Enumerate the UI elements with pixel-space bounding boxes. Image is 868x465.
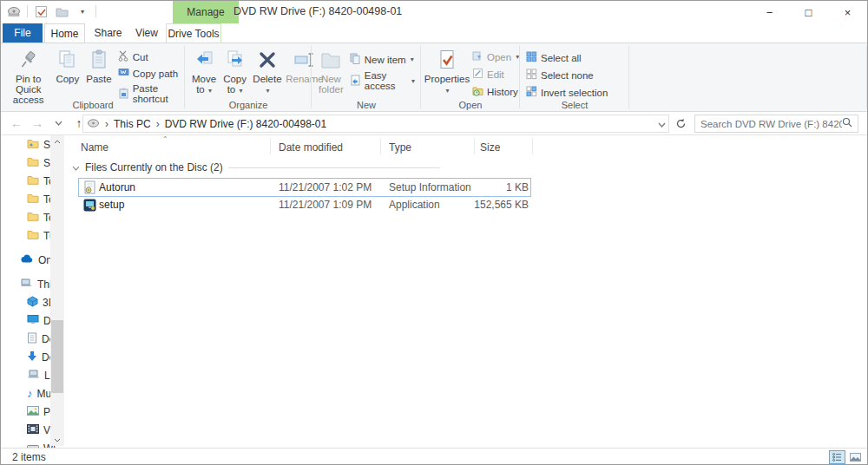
column-separator[interactable] (532, 138, 533, 154)
dropdown-arrow-icon: ▾ (266, 87, 269, 95)
easy-access-button[interactable]: Easy access ▾ (347, 69, 418, 92)
sidebar-scrollbar[interactable] (50, 135, 64, 446)
scroll-down-icon[interactable] (50, 434, 64, 446)
new-folder-button[interactable]: New folder (315, 45, 347, 97)
tab-share[interactable]: Share (88, 23, 128, 43)
dropdown-arrow-icon: ▾ (411, 56, 414, 63)
move-to-icon (194, 48, 214, 72)
select-none-button[interactable]: Select none (523, 68, 610, 82)
search-input[interactable] (700, 119, 842, 129)
details-view-button[interactable] (829, 450, 845, 464)
desktop-icon (27, 314, 39, 327)
select-small-buttons: Select all Select none Invert selection (523, 45, 610, 100)
navigation-pane: Sha Sou Toi Tor Tor Tur (1, 135, 66, 448)
column-separator[interactable] (270, 138, 271, 154)
file-group-header[interactable]: Files Currently on the Disc (2) (72, 161, 440, 174)
invert-selection-button[interactable]: Invert selection (523, 85, 610, 100)
cut-button[interactable]: Cut (115, 49, 181, 64)
cut-icon (118, 50, 129, 63)
select-all-label: Select all (541, 53, 582, 63)
clipboard-small-buttons: Cut Copy path Paste shortcut (115, 45, 181, 105)
ribbon-group-clipboard: Pin to Quick access Copy Paste Cut (1, 43, 185, 111)
dropdown-arrow-icon: ▾ (446, 87, 450, 95)
folder-icon (27, 174, 39, 187)
table-row-setup[interactable]: setup 11/21/2007 1:09 PM Application 152… (79, 196, 530, 213)
pin-icon (19, 48, 38, 72)
tab-view[interactable]: View (130, 23, 163, 43)
qat-new-folder-icon[interactable] (54, 3, 69, 19)
new-folder-icon (320, 48, 341, 72)
column-separator[interactable] (474, 138, 475, 154)
file-name[interactable]: setup (99, 199, 124, 211)
pin-to-quick-access-button[interactable]: Pin to Quick access (4, 45, 52, 108)
breadcrumb-separator: › (105, 118, 108, 130)
properties-button[interactable]: Properties▾ (424, 45, 470, 99)
file-date-modified: 11/21/2007 1:09 PM (279, 199, 372, 211)
items-count: 2 items (12, 451, 46, 463)
laptop-icon (27, 369, 40, 382)
address-row: ← → ↑ › This PC › DVD RW Drive (F:) 8420… (1, 112, 867, 135)
dropdown-arrow-icon: ▾ (411, 77, 415, 85)
scrollbar-thumb[interactable] (51, 320, 63, 393)
chevron-down-icon[interactable] (72, 161, 80, 174)
breadcrumb-current-drive[interactable]: DVD RW Drive (F:) 8420-00498-01 (165, 118, 327, 130)
tab-drive-tools[interactable]: Drive Tools (166, 23, 221, 43)
forward-button[interactable]: → (27, 114, 48, 133)
large-icons-view-button[interactable] (847, 450, 864, 464)
copy-to-button[interactable]: Copy to ▾ (220, 45, 250, 99)
ribbon-tab-row: File Home Share View Drive Tools (1, 23, 867, 43)
easy-access-icon (350, 75, 361, 88)
search-icon[interactable] (842, 117, 852, 130)
paste-icon (89, 48, 108, 72)
qat-customize-dropdown-icon[interactable]: ▾ (75, 3, 90, 19)
new-item-button[interactable]: New item ▾ (347, 52, 418, 67)
column-header-type[interactable]: Type (389, 141, 411, 154)
tab-home[interactable]: Home (44, 23, 85, 43)
copy-button[interactable]: Copy (52, 45, 82, 87)
table-row-autorun[interactable]: Autorun 11/21/2007 1:02 PM Setup Informa… (79, 179, 530, 196)
group-header-rule (228, 167, 440, 168)
tab-file[interactable]: File (3, 23, 43, 43)
move-to-label: Move to ▾ (192, 74, 216, 96)
open-button[interactable]: Open ▾ (470, 49, 522, 64)
breadcrumb-this-pc[interactable]: This PC (114, 118, 151, 130)
maximize-button[interactable]: □ (789, 1, 828, 23)
new-folder-label: New folder (319, 74, 344, 95)
scroll-up-icon[interactable] (50, 135, 64, 147)
column-separator[interactable] (380, 138, 381, 154)
column-header-name[interactable]: Name (81, 141, 108, 154)
folder-icon (27, 156, 39, 169)
new-item-label: New item (365, 55, 406, 65)
sidebar-item-label: Mu (37, 388, 52, 400)
properties-icon (437, 48, 457, 72)
open-icon (472, 50, 483, 63)
new-small-buttons: New item ▾ Easy access ▾ (347, 45, 418, 92)
address-dropdown-chevron-icon[interactable] (658, 118, 666, 130)
organize-group-label: Organize (185, 100, 312, 110)
copy-path-button[interactable]: Copy path (115, 67, 181, 80)
file-name[interactable]: Autorun (99, 181, 135, 193)
open-small-buttons: Open ▾ Edit History (470, 45, 522, 99)
edit-button[interactable]: Edit (470, 67, 522, 82)
back-button[interactable]: ← (6, 114, 27, 133)
delete-label: Delete▾ (253, 74, 281, 96)
copy-label: Copy (56, 74, 79, 84)
minimize-button[interactable]: − (750, 1, 789, 23)
file-size: 152,565 KB (452, 199, 529, 211)
address-bar[interactable]: › This PC › DVD RW Drive (F:) 8420-00498… (82, 115, 669, 133)
folder-icon (27, 211, 39, 224)
qat-properties-icon[interactable] (33, 3, 49, 19)
delete-button[interactable]: Delete▾ (250, 45, 285, 99)
column-header-date-modified[interactable]: Date modified (279, 141, 343, 154)
recent-locations-chevron-icon[interactable] (48, 114, 69, 133)
select-all-icon (526, 51, 537, 64)
column-header-size[interactable]: Size (480, 141, 500, 154)
close-button[interactable]: × (828, 1, 867, 23)
history-button[interactable]: History (470, 84, 522, 99)
paste-button[interactable]: Paste (82, 45, 115, 87)
move-to-button[interactable]: Move to ▾ (188, 45, 220, 99)
refresh-button[interactable] (672, 115, 689, 133)
music-icon: ♪ (27, 387, 33, 400)
select-all-button[interactable]: Select all (523, 50, 610, 65)
new-item-icon (350, 53, 361, 66)
